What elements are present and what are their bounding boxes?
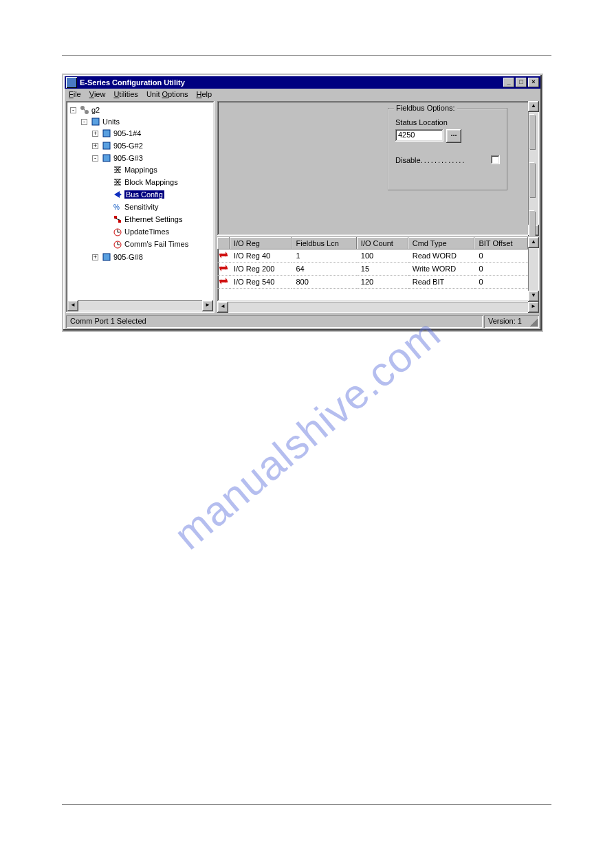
tree-node-0[interactable]: 905-1#4 [113, 129, 141, 137]
expander-n1[interactable]: + [92, 143, 98, 149]
tree-child-bus-config[interactable]: Bus Config [124, 190, 164, 199]
svg-rect-4 [103, 130, 110, 137]
cell-ioreg: I/O Reg 540 [230, 276, 292, 289]
tree-child-block-mappings[interactable]: Block Mappings [124, 178, 178, 186]
svg-line-11 [116, 219, 120, 220]
scroll-up-button[interactable]: ▲ [528, 237, 539, 248]
side-tab-1[interactable] [529, 115, 535, 149]
svg-rect-18 [103, 254, 110, 260]
tree-node-3[interactable]: 905-G#8 [113, 253, 143, 261]
expander-n0[interactable]: + [92, 131, 98, 137]
disable-dots: ............. [421, 156, 491, 164]
watermark: manualshive.com [165, 309, 449, 559]
scroll-track[interactable] [228, 302, 528, 313]
status-location-browse-button[interactable]: ... [446, 129, 461, 143]
title-bar[interactable]: E-Series Configuration Utility _ □ × [65, 76, 540, 89]
resize-grip[interactable] [529, 318, 538, 326]
cell-bit: 0 [474, 276, 528, 289]
svg-line-2 [84, 109, 85, 111]
side-tab-3[interactable] [529, 211, 535, 236]
status-version: Version: 1 [488, 317, 522, 325]
top-panel: Fieldbus Options: Status Location 4250..… [217, 101, 539, 236]
svg-rect-6 [103, 155, 110, 162]
col-lcn[interactable]: Fieldbus Lcn [292, 237, 356, 249]
tree-root-label: g2 [91, 106, 100, 114]
menu-help[interactable]: Help [196, 90, 212, 98]
sensitivity-icon: % [113, 202, 122, 212]
transfer-icon [219, 279, 228, 287]
status-location-label: Status Location [395, 118, 500, 126]
menu-unit-options[interactable]: Unit Options [146, 90, 188, 98]
scroll-track[interactable] [78, 300, 202, 311]
side-tab-2[interactable] [529, 163, 535, 197]
scroll-right-button[interactable]: ► [528, 302, 539, 313]
scroll-up-button[interactable]: ▲ [528, 101, 539, 112]
menu-bar: File View Utilities Unit Options Help [65, 89, 540, 101]
expander-n3[interactable]: + [92, 254, 98, 260]
cell-cmd: Write WORD [408, 263, 475, 276]
transfer-icon [219, 253, 228, 261]
tree-node-1[interactable]: 905-G#2 [113, 142, 143, 150]
tree-units-label: Units [102, 118, 120, 126]
close-button[interactable]: × [528, 78, 539, 87]
table-hscroll[interactable]: ◄ ► [217, 302, 539, 313]
table-row[interactable]: I/O Reg 40 1 100 Read WORD 0 [217, 249, 528, 263]
scroll-down-button[interactable]: ▼ [528, 291, 539, 302]
table-vscroll[interactable]: ▲ ▼ [528, 237, 539, 302]
client-area: - g2 - [65, 101, 540, 314]
maximize-button[interactable]: □ [516, 78, 527, 87]
right-pane: Fieldbus Options: Status Location 4250..… [217, 101, 539, 313]
disable-checkbox[interactable] [491, 155, 500, 164]
unit-icon [102, 141, 111, 151]
mappings-icon [113, 165, 122, 175]
table-row[interactable]: I/O Reg 540 800 120 Read BIT 0 [217, 276, 528, 289]
minimize-button[interactable]: _ [503, 78, 514, 87]
scroll-right-button[interactable]: ► [202, 300, 213, 311]
col-count[interactable]: I/O Count [357, 237, 408, 249]
tree-child-mappings[interactable]: Mappings [124, 166, 157, 174]
expander-units[interactable]: - [81, 119, 87, 125]
col-ioreg[interactable]: I/O Reg [230, 237, 292, 249]
svg-rect-10 [118, 220, 121, 223]
scroll-track-v[interactable] [528, 248, 539, 291]
tree-child-sensitivity[interactable]: Sensitivity [124, 203, 159, 211]
expander-root[interactable]: - [70, 107, 76, 113]
status-right: Version: 1 [484, 315, 539, 328]
svg-rect-5 [103, 142, 110, 149]
cell-count: 120 [357, 276, 408, 289]
fieldbus-legend: Fieldbus Options: [394, 104, 457, 112]
scroll-left-button[interactable]: ◄ [217, 302, 228, 313]
tree-child-comms-fail[interactable]: Comm's Fail Times [124, 240, 188, 248]
col-cmd[interactable]: Cmd Type [408, 237, 475, 249]
col-icon[interactable] [217, 237, 230, 249]
tree-node-2[interactable]: 905-G#3 [113, 154, 143, 162]
bus-config-icon [113, 190, 122, 199]
cell-lcn: 800 [292, 276, 356, 289]
menu-view[interactable]: View [89, 90, 106, 98]
svg-text:%: % [113, 203, 120, 211]
comms-fail-icon [113, 239, 122, 249]
ethernet-icon [113, 214, 122, 224]
cell-ioreg: I/O Reg 200 [230, 263, 292, 276]
tree-view[interactable]: - g2 - [67, 102, 213, 300]
tree-hscroll[interactable]: ◄ ► [67, 300, 213, 311]
scroll-left-button[interactable]: ◄ [67, 300, 78, 311]
cell-count: 100 [357, 249, 408, 263]
cell-bit: 0 [474, 249, 528, 263]
menu-file[interactable]: File [69, 90, 81, 98]
expander-n2[interactable]: - [92, 155, 98, 162]
menu-utilities[interactable]: Utilities [113, 90, 138, 98]
unit-icon [102, 252, 111, 262]
unit-icon [102, 129, 111, 138]
table-area: I/O Reg Fieldbus Lcn I/O Count Cmd Type … [217, 237, 539, 302]
window-title: E-Series Configuration Utility [80, 78, 503, 87]
col-bit[interactable]: BIT Offset [474, 237, 528, 249]
status-left: Comm Port 1 Selected [66, 315, 483, 328]
table-row[interactable]: I/O Reg 200 64 15 Write WORD 0 [217, 263, 528, 276]
update-times-icon [113, 227, 122, 236]
io-table[interactable]: I/O Reg Fieldbus Lcn I/O Count Cmd Type … [217, 237, 528, 289]
cell-lcn: 1 [292, 249, 356, 263]
status-location-input[interactable]: 4250 [395, 129, 443, 142]
tree-child-update-times[interactable]: UpdateTimes [124, 227, 169, 236]
tree-child-ethernet[interactable]: Ethernet Settings [124, 215, 182, 223]
